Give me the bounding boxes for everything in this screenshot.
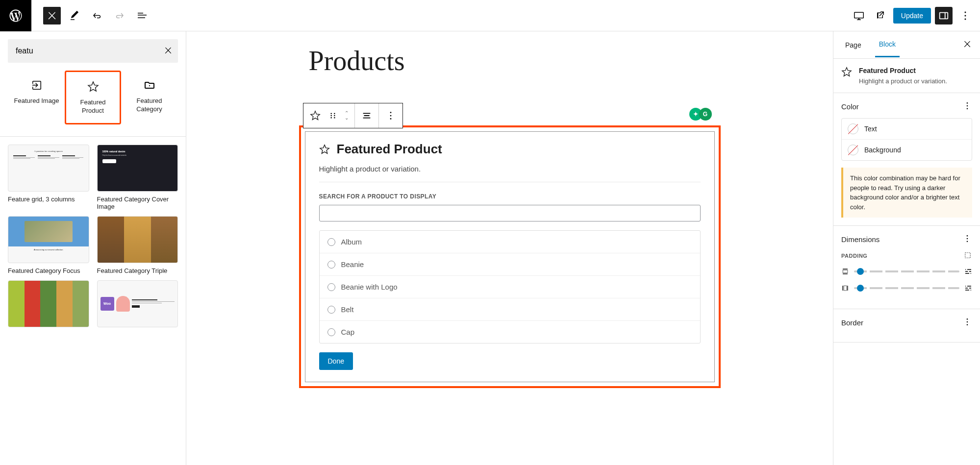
- more-vertical-icon: [962, 101, 972, 111]
- product-option[interactable]: Belt: [320, 298, 700, 321]
- product-name: Belt: [341, 305, 354, 314]
- svg-rect-21: [843, 270, 848, 273]
- svg-rect-20: [843, 273, 848, 274]
- radio-icon: [327, 283, 335, 291]
- product-option[interactable]: Album: [320, 231, 700, 253]
- radio-icon: [327, 328, 335, 336]
- product-option[interactable]: Beanie with Logo: [320, 276, 700, 298]
- pattern-extra-1[interactable]: [8, 280, 89, 327]
- svg-point-7: [334, 115, 335, 117]
- wordpress-logo[interactable]: [0, 0, 31, 31]
- padding-unlink-button[interactable]: [963, 251, 972, 261]
- featured-product-block[interactable]: Featured Product Highlight a product or …: [299, 125, 721, 388]
- pattern-thumbnail: Announcing our newest collection: [8, 216, 89, 263]
- tab-page[interactable]: Page: [841, 33, 865, 57]
- block-mover[interactable]: ⌃⌄: [342, 107, 352, 124]
- page-title[interactable]: Products: [299, 45, 721, 76]
- pattern-category-cover[interactable]: 100% natural denim Only the finest eco-s…: [97, 145, 178, 210]
- padding-settings-button[interactable]: [964, 268, 972, 275]
- redo-button[interactable]: [111, 7, 128, 24]
- settings-panel-toggle[interactable]: [935, 7, 953, 24]
- block-label: Featured Product: [70, 98, 116, 115]
- svg-point-11: [390, 118, 391, 120]
- color-options-button[interactable]: [962, 101, 972, 112]
- block-inserter-panel: Featured Image Featured Product Featured…: [0, 31, 186, 465]
- block-featured-product[interactable]: Featured Product: [65, 71, 121, 124]
- update-button[interactable]: Update: [893, 8, 931, 24]
- contrast-warning: This color combination may be hard for p…: [841, 168, 972, 218]
- pencil-icon: [69, 10, 80, 22]
- pattern-feature-grid[interactable]: A passion for creating spaces Feature gr…: [8, 145, 89, 210]
- pattern-category-triple[interactable]: Featured Category Triple: [97, 216, 178, 274]
- svg-point-17: [967, 241, 968, 243]
- chevron-down-icon: ⌄: [345, 116, 349, 121]
- pattern-label: Featured Category Triple: [97, 267, 178, 274]
- undo-icon: [91, 10, 103, 22]
- padding-vertical-icon: [841, 268, 849, 275]
- svg-point-9: [390, 112, 391, 113]
- more-vertical-icon: [385, 110, 396, 121]
- more-vertical-icon: [959, 10, 971, 22]
- dimensions-options-button[interactable]: [962, 234, 972, 245]
- svg-point-10: [390, 115, 391, 117]
- pattern-thumbnail: 100% natural denim Only the finest eco-s…: [97, 145, 178, 192]
- block-featured-category[interactable]: Featured Category: [121, 71, 177, 124]
- pattern-category-focus[interactable]: Announcing our newest collection Feature…: [8, 216, 89, 274]
- product-name: Beanie with Logo: [341, 283, 398, 291]
- border-options-button[interactable]: [962, 317, 972, 328]
- padding-vertical-slider[interactable]: [854, 270, 959, 272]
- pattern-label: Featured Category Focus: [8, 267, 89, 274]
- product-name: Album: [341, 238, 362, 246]
- svg-point-5: [330, 117, 332, 119]
- product-option[interactable]: Beanie: [320, 253, 700, 276]
- preview-button[interactable]: [872, 7, 889, 24]
- edit-tool-button[interactable]: [66, 7, 83, 24]
- block-search-input[interactable]: [8, 47, 158, 55]
- done-button[interactable]: Done: [319, 352, 353, 370]
- color-label: Text: [864, 125, 877, 133]
- options-button[interactable]: [956, 7, 974, 24]
- product-search-input[interactable]: [319, 205, 701, 221]
- grammar-badges: ✦ G: [689, 108, 712, 121]
- undo-button[interactable]: [88, 7, 106, 24]
- svg-point-16: [967, 238, 968, 240]
- svg-rect-23: [847, 286, 848, 291]
- star-icon: [319, 144, 330, 155]
- svg-point-1: [965, 15, 966, 16]
- product-option[interactable]: Cap: [320, 321, 700, 343]
- svg-point-12: [967, 102, 968, 104]
- block-type-button[interactable]: [306, 107, 324, 124]
- desktop-icon: [853, 10, 865, 22]
- clear-search-button[interactable]: [158, 46, 178, 57]
- svg-point-0: [965, 11, 966, 13]
- close-icon: [46, 10, 58, 22]
- color-background-button[interactable]: Background: [842, 140, 972, 160]
- pattern-extra-2[interactable]: Woo: [97, 280, 178, 327]
- drag-icon: [328, 111, 338, 121]
- block-featured-image[interactable]: Featured Image: [8, 71, 65, 124]
- svg-point-2: [965, 18, 966, 20]
- product-list: Album Beanie Beanie with Logo Belt Cap: [319, 230, 701, 343]
- padding-settings-button[interactable]: [964, 284, 972, 292]
- view-button[interactable]: [850, 7, 868, 24]
- document-overview-button[interactable]: [133, 7, 151, 24]
- color-text-button[interactable]: Text: [842, 119, 972, 140]
- svg-point-13: [967, 105, 968, 107]
- block-options-button[interactable]: [382, 107, 400, 124]
- drag-handle[interactable]: [324, 107, 342, 124]
- close-inserter-button[interactable]: [43, 7, 61, 24]
- external-link-icon: [875, 10, 886, 22]
- close-sidebar-button[interactable]: [962, 39, 972, 50]
- padding-label: PADDING: [841, 253, 867, 259]
- tab-block[interactable]: Block: [875, 32, 900, 57]
- list-view-icon: [136, 10, 148, 22]
- redo-icon: [114, 10, 126, 22]
- folder-icon: [144, 79, 155, 91]
- color-swatch-none: [848, 145, 858, 155]
- padding-horizontal-slider[interactable]: [854, 287, 959, 289]
- align-button[interactable]: [358, 107, 376, 124]
- radio-icon: [327, 238, 335, 246]
- badge-grammarly[interactable]: G: [699, 108, 712, 121]
- close-icon: [962, 39, 972, 49]
- product-name: Beanie: [341, 260, 364, 269]
